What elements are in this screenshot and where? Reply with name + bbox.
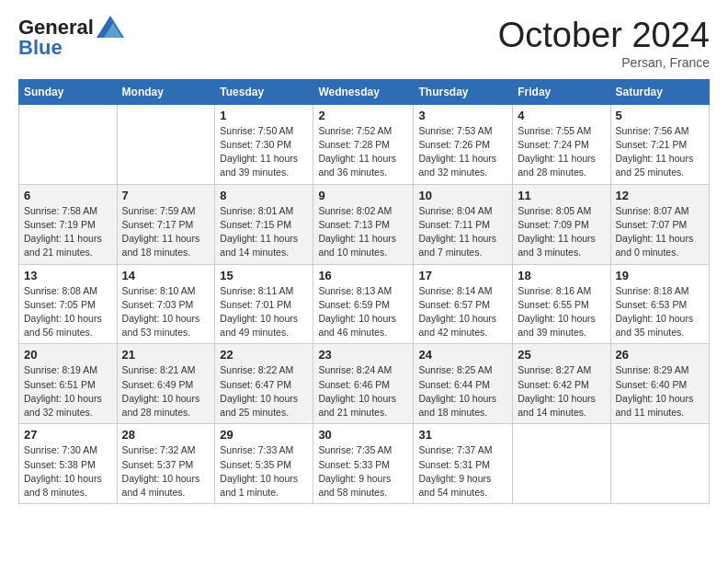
table-row: 28Sunrise: 7:32 AM Sunset: 5:37 PM Dayli… <box>117 424 215 504</box>
table-row <box>117 104 215 184</box>
day-number: 25 <box>518 348 605 362</box>
table-row: 27Sunrise: 7:30 AM Sunset: 5:38 PM Dayli… <box>19 424 118 504</box>
table-row: 3Sunrise: 7:53 AM Sunset: 7:26 PM Daylig… <box>414 104 513 184</box>
day-number: 5 <box>616 109 705 122</box>
day-number: 28 <box>122 428 210 442</box>
header-sunday: Sunday <box>19 79 118 104</box>
day-detail: Sunrise: 8:08 AM Sunset: 7:05 PM Dayligh… <box>24 284 112 340</box>
week-row-4: 27Sunrise: 7:30 AM Sunset: 5:38 PM Dayli… <box>19 424 710 504</box>
day-detail: Sunrise: 7:35 AM Sunset: 5:33 PM Dayligh… <box>318 443 408 500</box>
logo-blue: Blue <box>18 37 124 59</box>
day-detail: Sunrise: 7:53 AM Sunset: 7:26 PM Dayligh… <box>418 124 507 180</box>
table-row: 14Sunrise: 8:10 AM Sunset: 7:03 PM Dayli… <box>117 264 215 344</box>
day-number: 22 <box>220 348 308 362</box>
week-row-0: 1Sunrise: 7:50 AM Sunset: 7:30 PM Daylig… <box>19 104 710 184</box>
table-row: 11Sunrise: 8:05 AM Sunset: 7:09 PM Dayli… <box>513 184 610 264</box>
day-number: 17 <box>418 269 507 282</box>
table-row <box>19 104 118 184</box>
day-detail: Sunrise: 8:05 AM Sunset: 7:09 PM Dayligh… <box>518 204 605 260</box>
day-number: 4 <box>518 109 605 122</box>
day-detail: Sunrise: 8:13 AM Sunset: 6:59 PM Dayligh… <box>318 284 408 340</box>
day-detail: Sunrise: 8:21 AM Sunset: 6:49 PM Dayligh… <box>122 363 210 419</box>
header-thursday: Thursday <box>414 79 513 104</box>
logo-icon <box>97 16 124 38</box>
table-row: 8Sunrise: 8:01 AM Sunset: 7:15 PM Daylig… <box>215 184 313 264</box>
day-number: 12 <box>616 189 705 202</box>
week-row-1: 6Sunrise: 7:58 AM Sunset: 7:19 PM Daylig… <box>19 184 710 264</box>
table-row: 16Sunrise: 8:13 AM Sunset: 6:59 PM Dayli… <box>313 264 414 344</box>
day-number: 11 <box>518 189 605 202</box>
table-row: 5Sunrise: 7:56 AM Sunset: 7:21 PM Daylig… <box>610 104 710 184</box>
day-number: 13 <box>24 269 112 282</box>
day-detail: Sunrise: 8:19 AM Sunset: 6:51 PM Dayligh… <box>24 363 112 419</box>
day-detail: Sunrise: 8:14 AM Sunset: 6:57 PM Dayligh… <box>418 284 507 340</box>
table-row: 2Sunrise: 7:52 AM Sunset: 7:28 PM Daylig… <box>313 104 414 184</box>
table-row: 13Sunrise: 8:08 AM Sunset: 7:05 PM Dayli… <box>19 264 118 344</box>
table-row: 6Sunrise: 7:58 AM Sunset: 7:19 PM Daylig… <box>19 184 118 264</box>
day-number: 2 <box>318 109 408 122</box>
header-monday: Monday <box>117 79 215 104</box>
location: Persan, France <box>498 55 710 70</box>
day-detail: Sunrise: 8:10 AM Sunset: 7:03 PM Dayligh… <box>122 284 210 340</box>
day-number: 7 <box>122 189 210 202</box>
day-number: 21 <box>122 348 210 362</box>
calendar-table: Sunday Monday Tuesday Wednesday Thursday… <box>18 79 710 504</box>
header-saturday: Saturday <box>610 79 710 104</box>
day-number: 15 <box>220 269 308 282</box>
day-number: 29 <box>220 428 308 442</box>
day-number: 30 <box>318 428 408 442</box>
day-detail: Sunrise: 7:56 AM Sunset: 7:21 PM Dayligh… <box>616 124 705 180</box>
day-detail: Sunrise: 7:37 AM Sunset: 5:31 PM Dayligh… <box>418 443 507 500</box>
day-number: 20 <box>24 348 112 362</box>
day-number: 10 <box>418 189 507 202</box>
table-row: 7Sunrise: 7:59 AM Sunset: 7:17 PM Daylig… <box>117 184 215 264</box>
day-number: 27 <box>24 428 112 442</box>
header: General Blue October 2024 Persan, France <box>18 17 710 70</box>
week-row-2: 13Sunrise: 8:08 AM Sunset: 7:05 PM Dayli… <box>19 264 710 344</box>
table-row: 29Sunrise: 7:33 AM Sunset: 5:35 PM Dayli… <box>215 424 313 504</box>
day-detail: Sunrise: 7:32 AM Sunset: 5:37 PM Dayligh… <box>122 443 210 500</box>
table-row: 15Sunrise: 8:11 AM Sunset: 7:01 PM Dayli… <box>215 264 313 344</box>
table-row: 22Sunrise: 8:22 AM Sunset: 6:47 PM Dayli… <box>215 344 313 424</box>
table-row: 25Sunrise: 8:27 AM Sunset: 6:42 PM Dayli… <box>513 344 610 424</box>
table-row: 1Sunrise: 7:50 AM Sunset: 7:30 PM Daylig… <box>215 104 313 184</box>
day-detail: Sunrise: 8:11 AM Sunset: 7:01 PM Dayligh… <box>220 284 308 340</box>
day-detail: Sunrise: 8:29 AM Sunset: 6:40 PM Dayligh… <box>616 363 705 419</box>
day-detail: Sunrise: 8:07 AM Sunset: 7:07 PM Dayligh… <box>616 204 705 260</box>
table-row: 10Sunrise: 8:04 AM Sunset: 7:11 PM Dayli… <box>414 184 513 264</box>
day-number: 3 <box>418 109 507 122</box>
table-row: 24Sunrise: 8:25 AM Sunset: 6:44 PM Dayli… <box>414 344 513 424</box>
day-detail: Sunrise: 8:01 AM Sunset: 7:15 PM Dayligh… <box>220 204 308 260</box>
table-row: 19Sunrise: 8:18 AM Sunset: 6:53 PM Dayli… <box>610 264 710 344</box>
day-detail: Sunrise: 8:16 AM Sunset: 6:55 PM Dayligh… <box>518 284 605 340</box>
day-number: 9 <box>318 189 408 202</box>
day-detail: Sunrise: 8:04 AM Sunset: 7:11 PM Dayligh… <box>418 204 507 260</box>
table-row <box>610 424 710 504</box>
day-detail: Sunrise: 8:02 AM Sunset: 7:13 PM Dayligh… <box>318 204 408 260</box>
table-row: 21Sunrise: 8:21 AM Sunset: 6:49 PM Dayli… <box>117 344 215 424</box>
logo: General Blue <box>18 17 124 59</box>
day-number: 16 <box>318 269 408 282</box>
header-friday: Friday <box>513 79 610 104</box>
header-tuesday: Tuesday <box>215 79 313 104</box>
day-detail: Sunrise: 8:22 AM Sunset: 6:47 PM Dayligh… <box>220 363 308 419</box>
table-row: 9Sunrise: 8:02 AM Sunset: 7:13 PM Daylig… <box>313 184 414 264</box>
table-row: 20Sunrise: 8:19 AM Sunset: 6:51 PM Dayli… <box>19 344 118 424</box>
day-number: 26 <box>616 348 705 362</box>
week-row-3: 20Sunrise: 8:19 AM Sunset: 6:51 PM Dayli… <box>19 344 710 424</box>
header-wednesday: Wednesday <box>313 79 414 104</box>
table-row <box>513 424 610 504</box>
table-row: 4Sunrise: 7:55 AM Sunset: 7:24 PM Daylig… <box>513 104 610 184</box>
header-row: Sunday Monday Tuesday Wednesday Thursday… <box>19 79 710 104</box>
day-number: 1 <box>220 109 308 122</box>
day-detail: Sunrise: 7:59 AM Sunset: 7:17 PM Dayligh… <box>122 204 210 260</box>
day-detail: Sunrise: 8:18 AM Sunset: 6:53 PM Dayligh… <box>616 284 705 340</box>
day-number: 23 <box>318 348 408 362</box>
day-detail: Sunrise: 7:33 AM Sunset: 5:35 PM Dayligh… <box>220 443 308 500</box>
day-detail: Sunrise: 7:55 AM Sunset: 7:24 PM Dayligh… <box>518 124 605 180</box>
day-detail: Sunrise: 8:27 AM Sunset: 6:42 PM Dayligh… <box>518 363 605 419</box>
day-detail: Sunrise: 7:52 AM Sunset: 7:28 PM Dayligh… <box>318 124 408 180</box>
table-row: 31Sunrise: 7:37 AM Sunset: 5:31 PM Dayli… <box>414 424 513 504</box>
day-number: 18 <box>518 269 605 282</box>
table-row: 26Sunrise: 8:29 AM Sunset: 6:40 PM Dayli… <box>610 344 710 424</box>
